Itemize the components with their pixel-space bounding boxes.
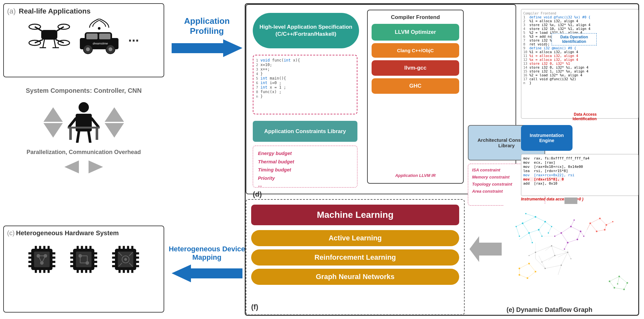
svg-point-147 bbox=[577, 239, 578, 240]
svg-point-200 bbox=[614, 287, 615, 289]
parallelization-text: Parallelization, Communication Overhead bbox=[3, 149, 164, 156]
constraint-dots: ... bbox=[258, 182, 352, 188]
dataflow-section: (e) Dynamic Dataflow Graph bbox=[503, 204, 639, 317]
svg-point-182 bbox=[551, 245, 552, 247]
svg-point-128 bbox=[519, 236, 520, 237]
svg-point-187 bbox=[542, 262, 543, 263]
app-profiling-section: Application Profiling bbox=[167, 16, 246, 57]
svg-point-133 bbox=[548, 232, 549, 234]
constraint-items-box: Energy budget Thermal budget Timing budg… bbox=[253, 146, 357, 188]
panel-c: (c) Heterogeneous Hardware System bbox=[3, 226, 164, 313]
svg-point-210 bbox=[527, 277, 528, 279]
svg-rect-94 bbox=[136, 252, 139, 255]
svg-point-151 bbox=[564, 248, 565, 250]
svg-rect-45 bbox=[28, 265, 31, 267]
llvm-gcc-box: llvm-gcc bbox=[372, 60, 459, 76]
car-icon: dreamstime bbox=[77, 19, 122, 55]
svg-rect-71 bbox=[94, 256, 97, 259]
panel-c-label: (c) bbox=[7, 229, 14, 237]
app-constraints-box: Application Constraints Library bbox=[253, 121, 357, 142]
chip-icon-3 bbox=[108, 242, 143, 277]
svg-rect-57 bbox=[76, 252, 91, 267]
svg-rect-31 bbox=[96, 129, 98, 140]
svg-rect-82 bbox=[118, 246, 121, 249]
e-label: (e) bbox=[507, 306, 514, 313]
svg-point-126 bbox=[538, 229, 540, 231]
svg-rect-91 bbox=[112, 256, 115, 259]
hetero-label: Heterogeneous Device Mapping bbox=[167, 245, 246, 262]
svg-marker-105 bbox=[172, 265, 242, 282]
svg-rect-97 bbox=[136, 265, 139, 267]
arrows-updown bbox=[3, 101, 164, 144]
clang-box: Clang C++/ObjC bbox=[372, 43, 459, 58]
d-label: (d) bbox=[253, 190, 262, 198]
dataflow-label: (e) Dynamic Dataflow Graph bbox=[507, 306, 592, 314]
svg-rect-17 bbox=[99, 34, 110, 39]
svg-rect-87 bbox=[123, 270, 125, 273]
svg-point-198 bbox=[627, 282, 628, 284]
main-diagram: High-level Application Specification (C/… bbox=[245, 3, 639, 316]
chip-icons bbox=[7, 242, 160, 277]
gray-arrow-to-ml bbox=[469, 236, 502, 263]
svg-point-163 bbox=[604, 229, 606, 231]
drone-icon bbox=[28, 19, 70, 55]
svg-point-144 bbox=[570, 226, 572, 227]
arrows-horizontal bbox=[3, 160, 164, 173]
person-icon bbox=[68, 101, 100, 144]
svg-point-207 bbox=[519, 268, 520, 269]
svg-point-164 bbox=[612, 221, 613, 222]
arrow-left bbox=[64, 160, 79, 173]
ghc-box: GHC bbox=[372, 78, 459, 94]
dataflow-graph-svg bbox=[503, 204, 635, 307]
svg-rect-48 bbox=[52, 261, 55, 263]
high-level-spec-box: High-level Application Specification (C/… bbox=[253, 13, 359, 48]
svg-rect-41 bbox=[48, 270, 50, 273]
svg-point-13 bbox=[98, 27, 100, 30]
svg-rect-72 bbox=[94, 261, 97, 263]
svg-point-23 bbox=[79, 102, 89, 112]
svg-rect-34 bbox=[35, 246, 37, 249]
svg-point-188 bbox=[529, 255, 530, 256]
svg-rect-73 bbox=[94, 265, 97, 267]
svg-line-9 bbox=[43, 40, 44, 48]
svg-line-27 bbox=[77, 131, 79, 142]
reinforcement-learning-box: Reinforcement Learning bbox=[251, 249, 459, 266]
c-code-box: 1 void func(int x){ 2 x=10; 3 x++; 4 } 5… bbox=[253, 55, 357, 114]
svg-rect-60 bbox=[85, 246, 87, 249]
svg-point-124 bbox=[528, 232, 530, 234]
svg-rect-84 bbox=[127, 246, 129, 249]
instrumentation-engine-box: Instrumentation Engine bbox=[521, 125, 573, 151]
app-profiling-arrow-wrapper bbox=[167, 39, 246, 57]
svg-rect-86 bbox=[118, 270, 121, 273]
svg-rect-88 bbox=[127, 270, 129, 273]
chip-icon-2 bbox=[66, 242, 101, 277]
svg-point-122 bbox=[522, 223, 524, 224]
panel-b: System Components: Controller, CNN bbox=[3, 84, 164, 219]
instrumentation-engine-text: Instrumentation Engine bbox=[524, 133, 570, 143]
svg-point-149 bbox=[573, 219, 575, 221]
svg-rect-49 bbox=[52, 265, 55, 267]
hetero-arrow-wrapper bbox=[167, 265, 246, 282]
svg-point-197 bbox=[619, 276, 620, 277]
svg-point-127 bbox=[516, 226, 517, 227]
svg-point-123 bbox=[535, 216, 536, 218]
svg-rect-58 bbox=[77, 246, 79, 249]
main-container: (a) Real-life Applications bbox=[0, 0, 644, 319]
svg-rect-83 bbox=[123, 246, 125, 249]
svg-rect-85 bbox=[131, 246, 134, 249]
svg-rect-16 bbox=[86, 34, 98, 39]
svg-line-10 bbox=[54, 40, 56, 48]
dataflow-title: Dynamic Dataflow Graph bbox=[516, 306, 592, 313]
svg-point-199 bbox=[623, 289, 625, 290]
app-llvm-ir-label: Application LLVM IR bbox=[371, 172, 460, 178]
left-arrows bbox=[43, 107, 63, 138]
svg-point-125 bbox=[545, 221, 546, 223]
svg-rect-47 bbox=[52, 256, 55, 259]
svg-rect-64 bbox=[85, 270, 87, 273]
svg-rect-39 bbox=[39, 270, 41, 273]
panel-a-title: Real-life Applications bbox=[19, 7, 90, 15]
svg-rect-67 bbox=[70, 256, 73, 259]
svg-point-21 bbox=[109, 47, 112, 51]
arrow-down-2 bbox=[105, 123, 124, 138]
instr-code-box: mov rax, fs:0xffff_fff_fff_fa4 mov ecx, … bbox=[521, 154, 639, 196]
